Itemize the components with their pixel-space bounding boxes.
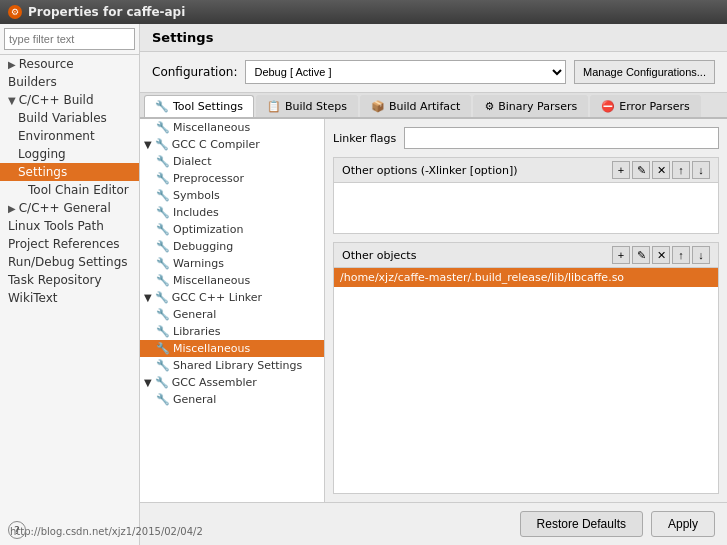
options-down-btn[interactable]: ↓: [692, 161, 710, 179]
node-label-gcc_cpp_linker: GCC C++ Linker: [172, 291, 262, 304]
tree-node-warnings_misc[interactable]: 🔧 Miscellaneous: [140, 119, 324, 136]
objects-edit-btn[interactable]: ✎: [632, 246, 650, 264]
status-url: http://blog.csdn.net/xjz1/2015/02/04/2: [10, 526, 203, 537]
sidebar-item-linux_tools_path[interactable]: Linux Tools Path: [0, 217, 139, 235]
filter-input[interactable]: [4, 28, 135, 50]
linker-flags-row: Linker flags: [333, 127, 719, 149]
node-label-gcc_c_compiler: GCC C Compiler: [172, 138, 260, 151]
tree-node-miscellaneous2[interactable]: 🔧 Miscellaneous: [140, 340, 324, 357]
sidebar-item-settings[interactable]: Settings: [0, 163, 139, 181]
tree-node-general[interactable]: 🔧 General: [140, 306, 324, 323]
tab-build_artifact[interactable]: 📦Build Artifact: [360, 95, 472, 117]
node-icon-miscellaneous: 🔧: [156, 274, 170, 287]
linker-flags-label: Linker flags: [333, 132, 396, 145]
window-title: Properties for caffe-api: [28, 5, 185, 19]
tab-build_steps[interactable]: 📋Build Steps: [256, 95, 358, 117]
options-edit-btn[interactable]: ✎: [632, 161, 650, 179]
sidebar-item-environment[interactable]: Environment: [0, 127, 139, 145]
node-label-includes: Includes: [173, 206, 219, 219]
inner-tree: 🔧 Miscellaneous▼ 🔧 GCC C Compiler🔧 Diale…: [140, 119, 324, 408]
options-title: Other options (-Xlinker [option]): [342, 164, 518, 177]
tree-node-optimization[interactable]: 🔧 Optimization: [140, 221, 324, 238]
node-icon-asm_general: 🔧: [156, 393, 170, 406]
chevron-icon: ▼: [144, 377, 152, 388]
tab-tool_settings[interactable]: 🔧Tool Settings: [144, 95, 254, 117]
objects-header: Other objects + ✎ ✕ ↑ ↓: [334, 243, 718, 268]
tree-node-preprocessor[interactable]: 🔧 Preprocessor: [140, 170, 324, 187]
sidebar-item-task_repository[interactable]: Task Repository: [0, 271, 139, 289]
manage-configurations-button[interactable]: Manage Configurations...: [574, 60, 715, 84]
node-icon-gcc_assembler: 🔧: [155, 376, 169, 389]
options-up-btn[interactable]: ↑: [672, 161, 690, 179]
sidebar-item-label: Logging: [18, 147, 66, 161]
tree-node-symbols[interactable]: 🔧 Symbols: [140, 187, 324, 204]
filter-box: [0, 24, 139, 55]
tree-node-warnings[interactable]: 🔧 Warnings: [140, 255, 324, 272]
tree-node-includes[interactable]: 🔧 Includes: [140, 204, 324, 221]
node-icon-symbols: 🔧: [156, 189, 170, 202]
sidebar-item-resource[interactable]: ▶Resource: [0, 55, 139, 73]
tree-node-dialect[interactable]: 🔧 Dialect: [140, 153, 324, 170]
sidebar-item-cpp_build[interactable]: ▼C/C++ Build: [0, 91, 139, 109]
sidebar-item-project_references[interactable]: Project References: [0, 235, 139, 253]
tree-node-gcc_cpp_linker[interactable]: ▼ 🔧 GCC C++ Linker: [140, 289, 324, 306]
objects-add-btn[interactable]: +: [612, 246, 630, 264]
sidebar-item-label: WikiText: [8, 291, 58, 305]
objects-items: /home/xjz/caffe-master/.build_release/li…: [334, 268, 718, 287]
left-tree: ▶ResourceBuilders▼C/C++ BuildBuild Varia…: [0, 55, 139, 307]
config-label: Configuration:: [152, 65, 237, 79]
tab-icon-error_parsers: ⛔: [601, 100, 615, 113]
node-icon-gcc_c_compiler: 🔧: [155, 138, 169, 151]
help-button[interactable]: ?: [8, 521, 26, 539]
tab-icon-binary_parsers: ⚙: [484, 100, 494, 113]
linker-flags-input[interactable]: [404, 127, 719, 149]
chevron-icon: ▼: [144, 139, 152, 150]
options-add-btn[interactable]: +: [612, 161, 630, 179]
node-icon-includes: 🔧: [156, 206, 170, 219]
tree-node-miscellaneous[interactable]: 🔧 Miscellaneous: [140, 272, 324, 289]
node-icon-general: 🔧: [156, 308, 170, 321]
tree-node-shared_library[interactable]: 🔧 Shared Library Settings: [140, 357, 324, 374]
objects-up-btn[interactable]: ↑: [672, 246, 690, 264]
node-label-debugging: Debugging: [173, 240, 233, 253]
tab-label-error_parsers: Error Parsers: [619, 100, 689, 113]
config-select[interactable]: Debug [ Active ]: [245, 60, 566, 84]
config-row: Configuration: Debug [ Active ] Manage C…: [140, 52, 727, 93]
sidebar-item-label: Resource: [19, 57, 74, 71]
node-label-warnings: Warnings: [173, 257, 224, 270]
objects-down-btn[interactable]: ↓: [692, 246, 710, 264]
sidebar-item-label: Builders: [8, 75, 57, 89]
node-label-preprocessor: Preprocessor: [173, 172, 244, 185]
restore-defaults-button[interactable]: Restore Defaults: [520, 511, 643, 537]
node-label-warnings_misc: Miscellaneous: [173, 121, 250, 134]
sidebar-item-build_variables[interactable]: Build Variables: [0, 109, 139, 127]
tree-node-asm_general[interactable]: 🔧 General: [140, 391, 324, 408]
apply-button[interactable]: Apply: [651, 511, 715, 537]
sidebar-item-cpp_general[interactable]: ▶C/C++ General: [0, 199, 139, 217]
tab-error_parsers[interactable]: ⛔Error Parsers: [590, 95, 700, 117]
sidebar-item-tool_chain_editor[interactable]: Tool Chain Editor: [0, 181, 139, 199]
objects-delete-btn[interactable]: ✕: [652, 246, 670, 264]
node-icon-shared_library: 🔧: [156, 359, 170, 372]
chevron-icon: ▶: [8, 203, 16, 214]
tree-node-libraries[interactable]: 🔧 Libraries: [140, 323, 324, 340]
sidebar-item-label: Build Variables: [18, 111, 107, 125]
node-label-miscellaneous: Miscellaneous: [173, 274, 250, 287]
right-panel: Settings Configuration: Debug [ Active ]…: [140, 24, 727, 545]
node-label-asm_general: General: [173, 393, 216, 406]
sidebar-item-label: Run/Debug Settings: [8, 255, 128, 269]
sidebar-item-builders[interactable]: Builders: [0, 73, 139, 91]
sidebar-item-logging[interactable]: Logging: [0, 145, 139, 163]
tree-node-gcc_c_compiler[interactable]: ▼ 🔧 GCC C Compiler: [140, 136, 324, 153]
chevron-icon: ▼: [144, 292, 152, 303]
tab-binary_parsers[interactable]: ⚙Binary Parsers: [473, 95, 588, 117]
options-delete-btn[interactable]: ✕: [652, 161, 670, 179]
options-section: Other options (-Xlinker [option]) + ✎ ✕ …: [333, 157, 719, 234]
node-label-symbols: Symbols: [173, 189, 220, 202]
node-label-miscellaneous2: Miscellaneous: [173, 342, 250, 355]
tree-node-gcc_assembler[interactable]: ▼ 🔧 GCC Assembler: [140, 374, 324, 391]
tree-node-debugging[interactable]: 🔧 Debugging: [140, 238, 324, 255]
sidebar-item-run_debug_settings[interactable]: Run/Debug Settings: [0, 253, 139, 271]
sidebar-item-wikitext[interactable]: WikiText: [0, 289, 139, 307]
objects-item[interactable]: /home/xjz/caffe-master/.build_release/li…: [334, 268, 718, 287]
